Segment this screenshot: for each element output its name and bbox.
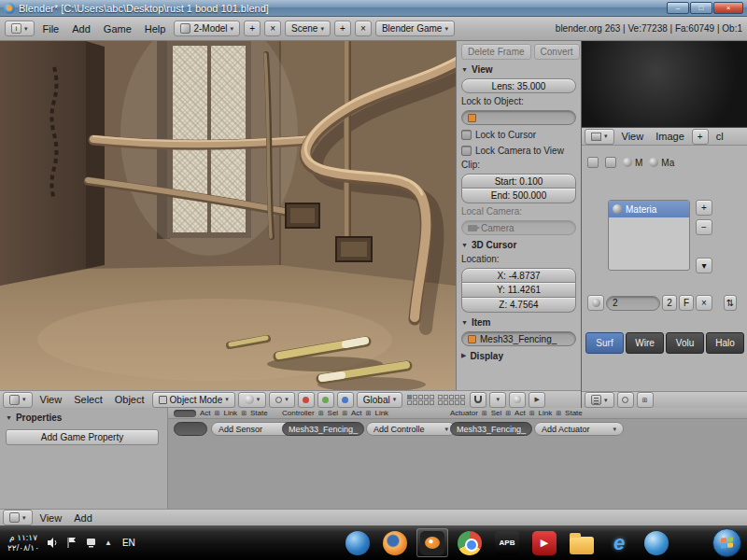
clip-end-field[interactable]: End: 500.000	[461, 189, 576, 203]
controller-sel-label[interactable]: Sel	[328, 409, 339, 417]
scene-selector[interactable]: Scene ▾	[285, 21, 331, 36]
manipulator-scale-toggle[interactable]	[337, 392, 354, 408]
add-controller-button[interactable]: Add Controlle▾	[366, 422, 456, 436]
render-preview-area[interactable]	[582, 41, 747, 128]
screen-layout-selector[interactable]: 2-Model ▾	[174, 21, 240, 36]
material-type-surface-button[interactable]: Surf	[585, 332, 624, 354]
add-game-property-button[interactable]: Add Game Property	[6, 429, 159, 445]
mode-selector[interactable]: Object Mode▾	[152, 392, 235, 408]
image-editor-type-selector[interactable]: ▾	[585, 129, 614, 145]
taskbar-item-apb[interactable]: APB	[491, 528, 523, 557]
logic-menu-add[interactable]: Add	[69, 512, 97, 524]
actuator-state-label[interactable]: State	[565, 409, 583, 417]
minimize-button[interactable]: –	[667, 2, 689, 14]
pin-icon[interactable]	[587, 157, 599, 168]
delete-frame-button[interactable]: Delete Frame	[461, 44, 531, 60]
language-indicator[interactable]: EN	[119, 536, 139, 550]
add-material-slot-button[interactable]: +	[696, 200, 712, 216]
slot-move-updown-button[interactable]: ⇅	[724, 295, 737, 311]
convert-button[interactable]: Convert	[534, 44, 580, 60]
material-name-field[interactable]: 2	[606, 296, 660, 311]
action-center-flag-icon[interactable]	[65, 537, 78, 550]
image-menu-image[interactable]: Image	[651, 131, 689, 142]
actuator-link-label[interactable]: Link	[539, 409, 553, 417]
controller-label[interactable]: Controller	[282, 409, 315, 417]
display-panel-header[interactable]: ▶ Display	[461, 349, 576, 362]
item-name-field[interactable]: Mesh33_Fencing_	[461, 331, 576, 346]
lock-camera-to-view-checkbox[interactable]: Lock Camera to View	[461, 144, 576, 157]
lens-field[interactable]: Lens: 35.000	[461, 78, 576, 93]
menu-game[interactable]: Game	[99, 23, 136, 35]
taskbar-item-firefox[interactable]	[379, 528, 411, 557]
controller-act-label[interactable]: Act	[351, 409, 362, 417]
material-type-volume-button[interactable]: Volu	[666, 332, 704, 354]
taskbar-item-internet-explorer[interactable]: e	[603, 528, 635, 557]
snap-magnet-toggle[interactable]	[470, 392, 486, 408]
viewport-menu-object[interactable]: Object	[110, 394, 149, 405]
taskbar-item-blender[interactable]	[416, 528, 448, 557]
material-slot-list[interactable]: Materia	[608, 200, 690, 271]
scene-add-button[interactable]: +	[334, 21, 351, 36]
taskbar-item-blue-app[interactable]	[342, 528, 374, 557]
lock-to-cursor-checkbox[interactable]: Lock to Cursor	[461, 128, 576, 141]
show-hidden-icons-button[interactable]: ▲	[105, 539, 112, 547]
viewport-menu-view[interactable]: View	[35, 394, 67, 405]
logic-menu-view[interactable]: View	[35, 512, 67, 524]
maximize-button[interactable]: □	[690, 2, 712, 14]
actuator-label[interactable]: Actuator	[450, 409, 478, 417]
network-icon[interactable]	[85, 537, 98, 550]
actuator-owner-field[interactable]: Mesh33_Fencing_	[450, 422, 532, 436]
new-image-button[interactable]: +	[692, 129, 709, 145]
material-type-halo-button[interactable]: Halo	[706, 332, 744, 354]
material-slot-selected[interactable]: Materia	[609, 201, 689, 217]
logic-editor-canvas[interactable]: Act⊞ Link⊞ State Controller⊞ Sel⊞ Act⊞ L…	[168, 408, 747, 509]
close-button[interactable]: ×	[713, 2, 743, 14]
browse-material-button[interactable]	[587, 295, 604, 311]
sensor-filter-field[interactable]	[174, 410, 196, 417]
clip-start-field[interactable]: Start: 0.100	[461, 174, 576, 189]
context-tab-material[interactable]: M	[623, 158, 642, 168]
view-panel-header[interactable]: ▼ View	[461, 63, 576, 76]
render-opengl-button[interactable]	[509, 392, 526, 408]
remove-material-slot-button[interactable]: −	[696, 219, 712, 235]
actuator-act-label[interactable]: Act	[514, 409, 526, 417]
volume-icon[interactable]	[46, 537, 59, 550]
material-type-wire-button[interactable]: Wire	[626, 332, 664, 354]
orientation-selector[interactable]: Global▾	[357, 392, 402, 408]
material-users-button[interactable]: 2	[662, 295, 677, 311]
wrench-icon[interactable]	[605, 157, 616, 168]
layers-widget[interactable]	[405, 395, 467, 405]
material-specials-button[interactable]: ▾	[696, 258, 712, 273]
sensor-link-label[interactable]: Link	[223, 409, 237, 417]
material-fake-user-button[interactable]: F	[679, 295, 694, 311]
unlink-material-button[interactable]: ×	[696, 295, 712, 311]
menu-file[interactable]: File	[38, 23, 64, 35]
render-opengl-anim-button[interactable]: ▶	[529, 392, 545, 408]
local-camera-field[interactable]: Camera	[461, 220, 576, 235]
cursor-x-field[interactable]: X: -4.8737	[461, 268, 576, 283]
screen-layout-delete-button[interactable]: ×	[264, 21, 281, 36]
cursor-z-field[interactable]: Z: 4.7564	[461, 298, 576, 313]
manipulator-translate-toggle[interactable]	[298, 392, 315, 408]
properties-pin-button[interactable]	[617, 392, 634, 408]
logic-editor-type-selector[interactable]: ▾	[3, 510, 33, 525]
taskbar-clock[interactable]: ١١:١٧ م ٢٢/٠٨/١٠	[7, 533, 39, 553]
viewport-editor-type-selector[interactable]: ▾	[3, 392, 33, 408]
properties-filter-button[interactable]: ⊞	[637, 392, 654, 408]
snap-mode-selector[interactable]: ▾	[489, 392, 506, 408]
sensor-owner-field[interactable]	[174, 422, 207, 436]
controller-link-label[interactable]: Link	[374, 409, 388, 417]
taskbar-item-media-player[interactable]: ▶	[529, 528, 560, 557]
window-titlebar[interactable]: Blender* [C:\Users\abc\Desktop\rust 1 bo…	[0, 0, 747, 17]
sensor-state-label[interactable]: State	[250, 409, 268, 417]
viewport-menu-select[interactable]: Select	[69, 394, 107, 405]
editor-type-selector[interactable]: i ▾	[5, 21, 35, 36]
shading-selector[interactable]: ▾	[238, 392, 267, 408]
scene-delete-button[interactable]: ×	[355, 21, 372, 36]
cursor-y-field[interactable]: Y: 11.4261	[461, 283, 576, 298]
3d-cursor-panel-header[interactable]: ▼ 3D Cursor	[461, 238, 576, 251]
context-tab-material-2[interactable]: Ma	[649, 158, 674, 168]
manipulator-rotate-toggle[interactable]	[317, 392, 334, 408]
render-engine-selector[interactable]: Blender Game ▾	[375, 21, 455, 36]
screen-layout-add-button[interactable]: +	[244, 21, 261, 36]
